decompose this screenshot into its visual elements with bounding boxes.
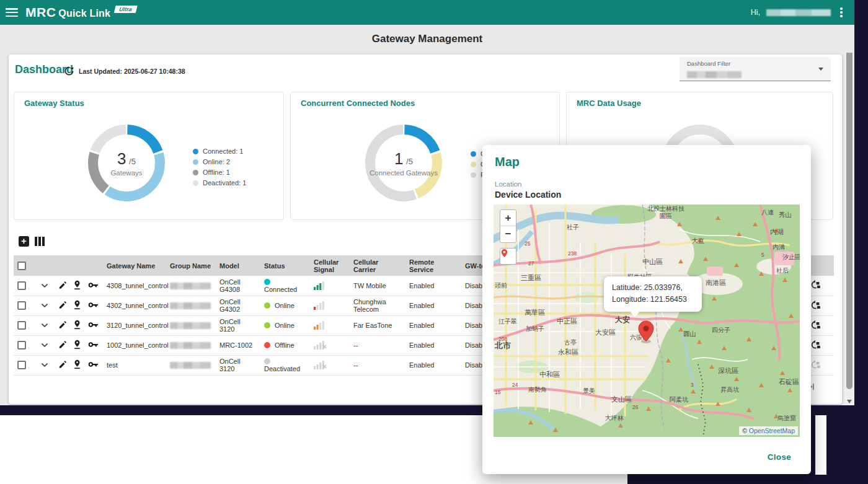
- page-title: Gateway Management: [372, 33, 483, 45]
- location-pin-icon[interactable]: [73, 340, 81, 351]
- status-cell: Deactivated: [260, 355, 310, 375]
- cellular-carrier-cell: Far EasTone: [350, 315, 405, 335]
- col-model: Model: [216, 255, 260, 276]
- expand-chevron-icon[interactable]: [41, 341, 48, 349]
- column-settings-icon[interactable]: [35, 237, 45, 246]
- title-band: Gateway Management: [0, 25, 854, 53]
- remote-service-cell: Enabled: [405, 276, 461, 296]
- scrollbar[interactable]: [844, 25, 854, 405]
- bottom-white-strip: [815, 415, 826, 475]
- cellular-carrier-cell: --: [350, 335, 405, 355]
- brand-logo: MRC Quick Link Ultra: [25, 5, 135, 20]
- map-place-label: 石碇區: [779, 378, 799, 385]
- refresh-icon[interactable]: [64, 66, 75, 77]
- cellular-carrier-cell: Chunghwa Telecom: [350, 296, 405, 315]
- select-all-checkbox[interactable]: [17, 262, 26, 270]
- edit-pencil-icon[interactable]: [58, 301, 67, 310]
- location-pin-icon[interactable]: [73, 280, 81, 291]
- reconnect-device-icon[interactable]: [810, 301, 820, 311]
- legend-item: Online: 2: [193, 157, 246, 166]
- group-name-redacted: [170, 322, 211, 329]
- remote-service-cell: Enabled: [405, 355, 461, 375]
- map-place-label: 社后: [776, 267, 789, 274]
- map-place-label: 中正區: [557, 317, 577, 325]
- reconnect-device-icon: [810, 360, 820, 371]
- col-status: Status: [260, 255, 310, 276]
- edit-pencil-icon[interactable]: [58, 281, 67, 291]
- map-place-label: 阿柔坑: [670, 396, 688, 403]
- menu-hamburger-icon[interactable]: [6, 8, 18, 17]
- gateway-name-cell: 1002_tunnel_control: [103, 335, 166, 355]
- group-name-redacted: [170, 342, 211, 349]
- map-svg: 北投士林科技園區社子八連秀山內湖內溝大直中山區三重區頭前屘牛社區南港區社后汐止區…: [494, 205, 800, 437]
- legend-label: Deactivated: 1: [203, 179, 246, 187]
- legend-item: Connected: 1: [193, 147, 246, 156]
- gateway-status-donut: 3 /5 Gateways: [88, 125, 165, 201]
- reconnect-device-icon[interactable]: [810, 280, 820, 291]
- brand-mrc: MRC: [25, 5, 56, 20]
- map-canvas[interactable]: 北投士林科技園區社子八連秀山內湖內溝大直中山區三重區頭前屘牛社區南港區社后汐止區…: [494, 205, 800, 437]
- reconnect-device-icon[interactable]: [810, 320, 820, 331]
- location-label: Location: [495, 180, 521, 188]
- status-dot: [264, 322, 270, 328]
- location-value: Device Location: [495, 190, 561, 200]
- gateway-name-cell: test: [103, 355, 166, 375]
- map-modal: Map Location Device Location: [482, 145, 811, 474]
- status-cell: Connected: [260, 276, 310, 296]
- scrollbar-down-arrow[interactable]: [847, 400, 852, 403]
- legend-label: Offline: 1: [203, 169, 230, 176]
- location-pin-icon[interactable]: [73, 320, 81, 331]
- row-checkbox[interactable]: [17, 361, 26, 369]
- zoom-out-button[interactable]: −: [500, 226, 516, 242]
- location-pin-icon[interactable]: [73, 300, 81, 311]
- row-checkbox[interactable]: [17, 281, 26, 290]
- col-gateway-name: Gateway Name: [103, 255, 166, 276]
- group-name-redacted: [170, 302, 211, 309]
- row-checkbox[interactable]: [17, 341, 26, 350]
- status-cell: Online: [260, 296, 310, 315]
- remote-service-cell: Enabled: [405, 296, 461, 315]
- card-title: Concurrent Connected Nodes: [301, 99, 415, 108]
- status-dot: [264, 342, 270, 348]
- key-icon[interactable]: [88, 321, 99, 330]
- edit-pencil-icon[interactable]: [58, 360, 67, 370]
- key-icon[interactable]: [88, 301, 99, 310]
- expand-chevron-icon[interactable]: [41, 282, 48, 289]
- edit-pencil-icon[interactable]: [58, 340, 67, 350]
- key-icon[interactable]: [88, 281, 99, 290]
- edit-pencil-icon[interactable]: [58, 320, 67, 330]
- close-button[interactable]: Close: [768, 452, 791, 462]
- username-redacted: [766, 9, 831, 16]
- map-place-label: 南勢角: [528, 386, 547, 393]
- brand-quick-link: Quick Link: [58, 8, 110, 19]
- map-place-label: 深坑區: [718, 367, 738, 374]
- map-place-label: 園區: [660, 213, 672, 219]
- scrollbar-thumb[interactable]: [846, 30, 852, 389]
- recenter-button[interactable]: [500, 248, 516, 265]
- zoom-in-button[interactable]: +: [500, 210, 516, 226]
- road-number-label: 25: [525, 240, 531, 247]
- map-place-label: 昇高坑: [720, 386, 739, 393]
- row-checkbox[interactable]: [17, 301, 26, 310]
- col-cellular-carrier: Cellular Carrier: [350, 255, 405, 276]
- card-title: Gateway Status: [24, 99, 84, 108]
- kebab-menu-icon[interactable]: [837, 7, 846, 18]
- reconnect-device-icon[interactable]: [810, 340, 820, 351]
- road-number-label: 24: [512, 382, 518, 388]
- key-icon[interactable]: [88, 341, 99, 350]
- status-dot: [264, 358, 270, 364]
- location-pin-icon[interactable]: [73, 359, 81, 371]
- legend-label: Online: 2: [203, 158, 230, 165]
- dashboard-filter-select[interactable]: Dashboard Filter: [680, 57, 831, 81]
- status-cell: Online: [260, 315, 310, 335]
- map-place-label: 江子翠: [498, 318, 517, 325]
- expand-chevron-icon[interactable]: [41, 302, 48, 309]
- expand-chevron-icon[interactable]: [41, 361, 48, 369]
- expand-chevron-icon[interactable]: [41, 322, 48, 329]
- col-cellular-signal: Cellular Signal: [310, 255, 350, 276]
- status-dot: [264, 302, 270, 309]
- key-icon[interactable]: [88, 361, 99, 369]
- openstreetmap-link[interactable]: OpenStreetMap: [749, 427, 795, 434]
- row-checkbox[interactable]: [17, 321, 26, 330]
- add-gateway-button[interactable]: +: [19, 236, 29, 247]
